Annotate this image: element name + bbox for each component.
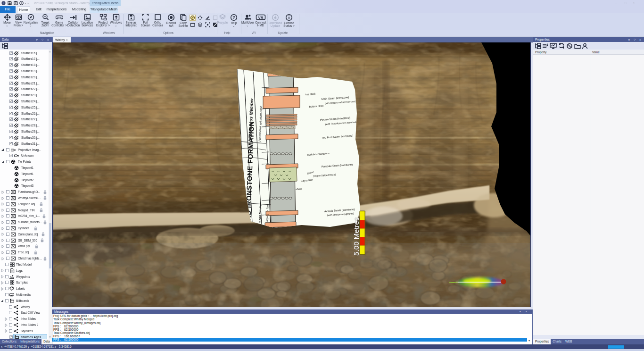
svg-text:?: ? (21, 2, 23, 5)
svg-text:VR: VR (258, 15, 263, 19)
svg-text:shale: shale (296, 187, 302, 191)
svg-text:?: ? (232, 15, 235, 20)
svg-text:5.00 Metres: 5.00 Metres (352, 217, 360, 256)
